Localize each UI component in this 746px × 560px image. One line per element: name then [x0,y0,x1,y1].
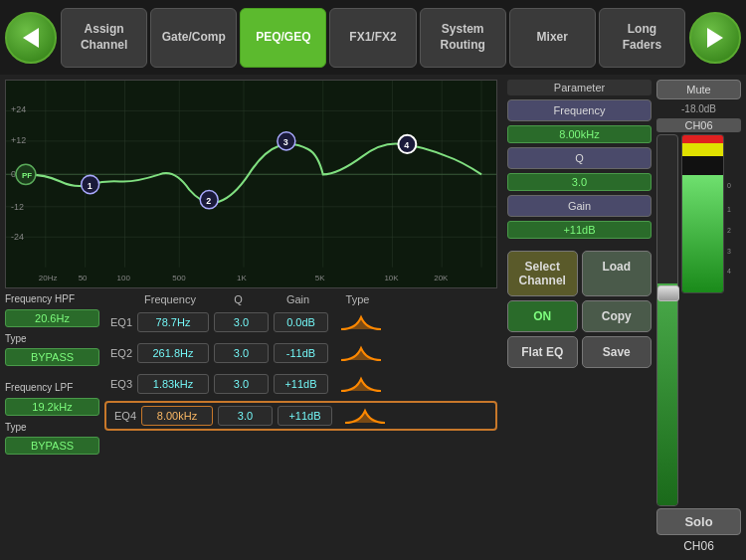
tab-long-faders[interactable]: LongFaders [599,8,685,68]
eq4-type-icon [337,404,392,428]
eq-row-4: EQ4 8.00kHz 3.0 +11dB [104,401,497,431]
tab-assign-channel[interactable]: AssignChannel [61,8,147,68]
svg-text:10K: 10K [384,274,399,282]
svg-text:20K: 20K [434,274,449,282]
hpf-lpf-panel: Frequency HPF 20.6Hz Type BYPASS Frequen… [5,293,99,555]
tab-peq-geq[interactable]: PEQ/GEQ [240,8,326,68]
lpf-label: Frequency LPF [5,382,99,393]
lpf-type-label: Type [5,422,99,433]
save-button[interactable]: Save [582,336,653,368]
eq4-freq[interactable]: 8.00kHz [141,406,213,426]
right-panel: Parameter Frequency 8.00kHz Q 3.0 Gain +… [502,75,746,560]
q-param-value: 3.0 [507,173,652,191]
svg-text:5K: 5K [315,274,325,282]
eq3-q[interactable]: 3.0 [214,374,269,394]
eq4-label: EQ4 [108,410,136,422]
tab-fx1-fx2[interactable]: FX1/FX2 [329,8,416,68]
eq3-gain[interactable]: +11dB [274,374,328,394]
eq-table-header: Frequency Q Gain Type [104,293,497,305]
nav-left-button[interactable] [5,12,57,64]
svg-text:+12: +12 [11,135,26,145]
eq-row-2: EQ2 261.8Hz 3.0 -11dB [104,339,497,367]
col-header-type: Type [330,293,385,305]
eq2-freq[interactable]: 261.8Hz [137,343,209,363]
svg-text:500: 500 [172,274,186,282]
col-header-q: Q [211,293,266,305]
svg-text:2: 2 [206,196,211,206]
eq-table: Frequency Q Gain Type EQ1 78.7Hz 3.0 0.0… [104,293,497,555]
svg-text:-24: -24 [11,232,24,242]
eq3-type-icon [333,372,388,396]
hpf-type-value[interactable]: BYPASS [5,348,99,366]
tab-mixer[interactable]: Mixer [509,8,596,68]
eq2-type-icon [333,341,388,365]
hpf-label: Frequency HPF [5,293,99,304]
db-label: -18.0dB [681,103,716,114]
svg-text:+24: +24 [11,104,26,114]
svg-text:-12: -12 [11,202,24,212]
fader-knob[interactable] [657,285,679,301]
eq-row-1: EQ1 78.7Hz 3.0 0.0dB [104,308,497,336]
nav-tabs: AssignChannel Gate/Comp PEQ/GEQ FX1/FX2 … [61,8,685,68]
gain-param-btn[interactable]: Gain [507,195,652,217]
eq2-gain[interactable]: -11dB [274,343,328,363]
flat-eq-button[interactable]: Flat EQ [507,336,578,368]
svg-text:100: 100 [117,274,131,282]
q-param-btn[interactable]: Q [507,147,652,169]
left-panel: +24 +12 0dB -12 -24 20Hz 50 100 500 1K 5… [0,75,502,560]
hpf-type-label: Type [5,333,99,344]
load-button[interactable]: Load [582,251,653,296]
left-arrow-icon [23,28,39,48]
eq1-q[interactable]: 3.0 [214,312,269,332]
eq-row-3: EQ3 1.83kHz 3.0 +11dB [104,370,497,398]
copy-button[interactable]: Copy [582,300,653,332]
eq1-freq[interactable]: 78.7Hz [137,312,209,332]
gain-param-value: +11dB [507,221,652,239]
lpf-type-value[interactable]: BYPASS [5,437,99,455]
hpf-value[interactable]: 20.6Hz [5,309,99,327]
level-meter [681,134,724,293]
eq1-gain[interactable]: 0.0dB [274,312,328,332]
frequency-param-value: 8.00kHz [507,125,652,143]
lpf-value[interactable]: 19.2kHz [5,398,99,416]
eq4-q[interactable]: 3.0 [218,406,273,426]
svg-text:1K: 1K [237,274,247,282]
action-buttons: SelectChannel Load ON Copy Flat EQ Save [507,251,652,368]
right-arrow-icon [707,28,723,48]
solo-button[interactable]: Solo [656,508,741,535]
frequency-param-btn[interactable]: Frequency [507,99,652,121]
parameter-title: Parameter [507,80,652,95]
on-button[interactable]: ON [507,300,578,332]
mute-button[interactable]: Mute [656,80,741,99]
svg-rect-0 [6,81,496,287]
eq3-freq[interactable]: 1.83kHz [137,374,209,394]
eq3-label: EQ3 [104,378,132,390]
col-header-gain: Gain [271,293,325,305]
eq2-q[interactable]: 3.0 [214,343,269,363]
tab-gate-comp[interactable]: Gate/Comp [150,8,237,68]
eq2-label: EQ2 [104,347,132,359]
select-channel-button[interactable]: SelectChannel [507,251,578,296]
fader-column: Mute -18.0dB CH06 [656,80,741,555]
svg-text:4: 4 [404,140,409,150]
nav-right-button[interactable] [689,12,741,64]
tab-system-routing[interactable]: SystemRouting [420,8,506,68]
eq1-label: EQ1 [104,316,132,328]
channel-label-top: CH06 [656,118,741,132]
svg-text:1: 1 [88,180,93,190]
svg-text:3: 3 [283,137,288,147]
eq-chart[interactable]: +24 +12 0dB -12 -24 20Hz 50 100 500 1K 5… [5,80,497,288]
col-header-freq: Frequency [134,293,206,305]
eq-controls: Frequency HPF 20.6Hz Type BYPASS Frequen… [5,293,497,555]
svg-text:20Hz: 20Hz [39,274,58,282]
svg-text:PF: PF [22,171,32,180]
channel-label-bottom: CH06 [681,537,716,555]
fader-track[interactable] [656,134,678,506]
svg-text:50: 50 [79,274,88,282]
eq4-gain[interactable]: +11dB [278,406,332,426]
eq1-type-icon [333,310,388,334]
